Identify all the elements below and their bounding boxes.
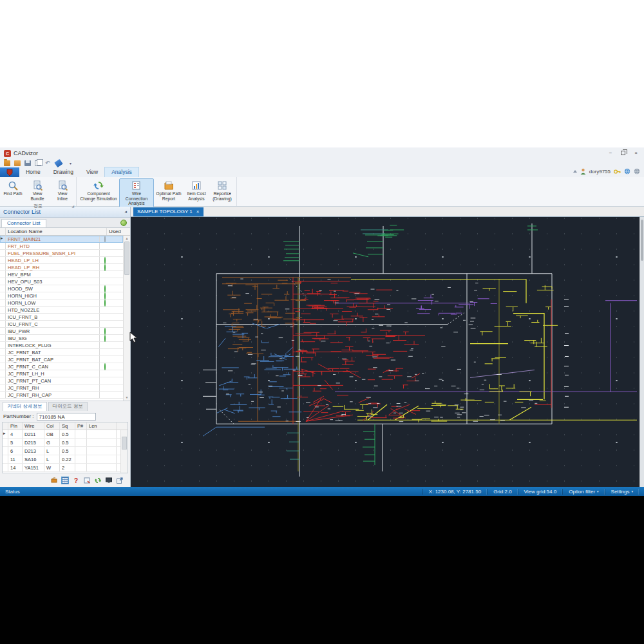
tab-home[interactable]: Home: [19, 167, 47, 177]
connector-row[interactable]: JC_FRNT_C_CAN: [0, 363, 123, 370]
pin-column-sq[interactable]: Sq: [60, 422, 75, 430]
view-inline-button[interactable]: View Inline: [50, 178, 75, 203]
optimal-path-report-button[interactable]: Optimal Path Report: [154, 178, 184, 203]
app-logo-icon: C: [4, 150, 11, 157]
copy-icon[interactable]: [35, 160, 41, 166]
connector-row[interactable]: IBU_SIG: [0, 335, 123, 342]
pin-row[interactable]: 14YA151W2: [3, 464, 120, 472]
pin-row[interactable]: 6D213L0.5: [3, 447, 120, 455]
scroll-down-icon[interactable]: ▼: [124, 395, 130, 401]
connector-row[interactable]: IBU_PWR: [0, 328, 123, 335]
close-button[interactable]: ×: [634, 150, 638, 156]
document-tab[interactable]: SAMPLE TOPOLOGY 1 ×: [133, 207, 204, 216]
letterbox-bottom: [0, 496, 644, 644]
component-change-simulation-button[interactable]: Component Change Simulation: [78, 178, 119, 203]
connector-row[interactable]: FRNT_MAIN21: [0, 236, 123, 243]
undo-icon[interactable]: ↶: [45, 160, 52, 166]
restore-button[interactable]: [621, 151, 625, 155]
refresh-icon[interactable]: [120, 220, 127, 226]
pin-row[interactable]: 4D211OB0.5: [3, 430, 120, 439]
connector-row[interactable]: HTD_NOZZLE: [0, 307, 123, 314]
monitor-icon[interactable]: [105, 477, 113, 484]
wire-connection-analysis-button[interactable]: Wire Connection Analysis: [119, 178, 154, 208]
main-content: Connector List ◂ Connector List Location…: [0, 207, 644, 487]
connector-row[interactable]: JC_FRNT_RH_CAP: [0, 392, 123, 399]
connector-row[interactable]: ICU_FRNT_C: [0, 321, 123, 328]
pin-column-pin[interactable]: Pin: [8, 422, 23, 430]
connector-row[interactable]: JC_FRNT_LH_H: [0, 370, 123, 377]
connector-row[interactable]: HEV_OPU_S03: [0, 278, 123, 285]
column-used[interactable]: Used: [107, 228, 130, 235]
connector-row[interactable]: JC_FRNT_BAT_CAP: [0, 356, 123, 363]
detail-tab[interactable]: 다이오드 정보: [48, 402, 88, 411]
view-bundle-button[interactable]: View Bundle: [24, 178, 50, 203]
connector-row[interactable]: HORN_HIGH: [0, 292, 123, 299]
used-indicator: [104, 264, 106, 271]
key-icon[interactable]: [614, 169, 621, 175]
topology-canvas[interactable]: [131, 217, 639, 487]
refresh-icon[interactable]: [94, 477, 102, 484]
minimize-button[interactable]: −: [609, 150, 612, 156]
item-cost-analysis-button[interactable]: Item Cost Analysis: [184, 178, 209, 203]
tab-analysis[interactable]: Analysis: [104, 167, 139, 177]
tab-view[interactable]: View: [80, 167, 104, 177]
connector-row[interactable]: JC_FRNT_BAT: [0, 349, 123, 356]
scroll-up-icon[interactable]: ▲: [124, 236, 130, 242]
document-close-icon[interactable]: ×: [196, 209, 200, 214]
app-menu-button[interactable]: [0, 167, 19, 177]
connector-row[interactable]: HEV_BPM: [0, 271, 123, 278]
status-option-filter[interactable]: Option filter▾: [562, 489, 604, 495]
connector-row[interactable]: HOOD_SW: [0, 285, 123, 292]
connector-row[interactable]: ICU_FRNT_B: [0, 314, 123, 321]
analysis-icon: [131, 180, 142, 191]
reports-drawing-button[interactable]: Reports▾ (Drawing): [209, 178, 235, 203]
column-location-name[interactable]: Location Name: [6, 228, 107, 235]
dialog-launcher-icon[interactable]: ◢: [71, 205, 74, 208]
connector-table-scrollbar[interactable]: ▲ ▼: [123, 236, 130, 401]
canvas-scrollbar[interactable]: [639, 217, 644, 487]
status-settings[interactable]: Settings▾: [605, 489, 639, 495]
tools-icon[interactable]: [50, 477, 58, 484]
pin-column-col[interactable]: Col: [44, 422, 60, 430]
mouse-cursor: [129, 332, 138, 343]
connector-row[interactable]: INTERLOCK_PLUG: [0, 342, 123, 349]
connector-row[interactable]: JC_FRNT_PT_CAN: [0, 377, 123, 384]
used-indicator: [104, 292, 106, 299]
pin-table-scrollbar[interactable]: [120, 430, 128, 473]
connector-table: Location Name Used FRNT_MAIN21FRT_HTDFUE…: [0, 228, 130, 401]
part-number-field[interactable]: 710185 NA: [37, 413, 96, 421]
pin-column-wire[interactable]: Wire: [23, 422, 44, 430]
collapse-ribbon-icon[interactable]: [573, 170, 577, 173]
pin-row[interactable]: 11SA16L0.22: [3, 455, 120, 464]
svg-text:?: ?: [74, 477, 78, 484]
help-icon[interactable]: ?: [72, 477, 80, 484]
tab-connector-list[interactable]: Connector List: [1, 219, 46, 227]
table-icon[interactable]: [61, 477, 69, 484]
panel-footer-toolbar: ?: [0, 473, 130, 487]
connector-row[interactable]: JC_FRNT_RH: [0, 384, 123, 392]
pin-row[interactable]: 5D215G0.5: [3, 439, 120, 447]
pin-column-len[interactable]: Len: [87, 422, 117, 430]
open-icon[interactable]: [4, 160, 10, 166]
connector-row[interactable]: HEAD_LP_LH: [0, 257, 123, 264]
save-icon[interactable]: [24, 160, 31, 166]
qat-more-icon[interactable]: ▾: [70, 161, 71, 166]
connector-list-panel: Connector List ◂ Connector List Location…: [0, 207, 131, 487]
connector-row[interactable]: FUEL_PRESSURE_SNSR_LPI: [0, 250, 123, 257]
app-title: CADvizor: [14, 150, 38, 156]
export-icon[interactable]: [116, 477, 124, 484]
preview-icon[interactable]: [83, 477, 91, 484]
document-tabbar: SAMPLE TOPOLOGY 1 ×: [131, 207, 644, 217]
scroll-thumb[interactable]: [124, 242, 129, 275]
open-folder-icon[interactable]: [14, 160, 21, 166]
tab-drawing[interactable]: Drawing: [47, 167, 80, 177]
find-path-button[interactable]: Find Path: [1, 178, 24, 198]
pin-column-pnum[interactable]: P#: [75, 422, 87, 430]
connector-row[interactable]: FRT_HTD: [0, 243, 123, 250]
globe-gray-icon[interactable]: [634, 168, 640, 175]
panel-title: Connector List: [3, 209, 41, 215]
globe-blue-icon[interactable]: [624, 168, 630, 175]
detail-tab[interactable]: 커넥터 상세정보: [3, 402, 47, 411]
connector-row[interactable]: HORN_LOW: [0, 299, 123, 307]
connector-row[interactable]: HEAD_LP_RH: [0, 264, 123, 271]
